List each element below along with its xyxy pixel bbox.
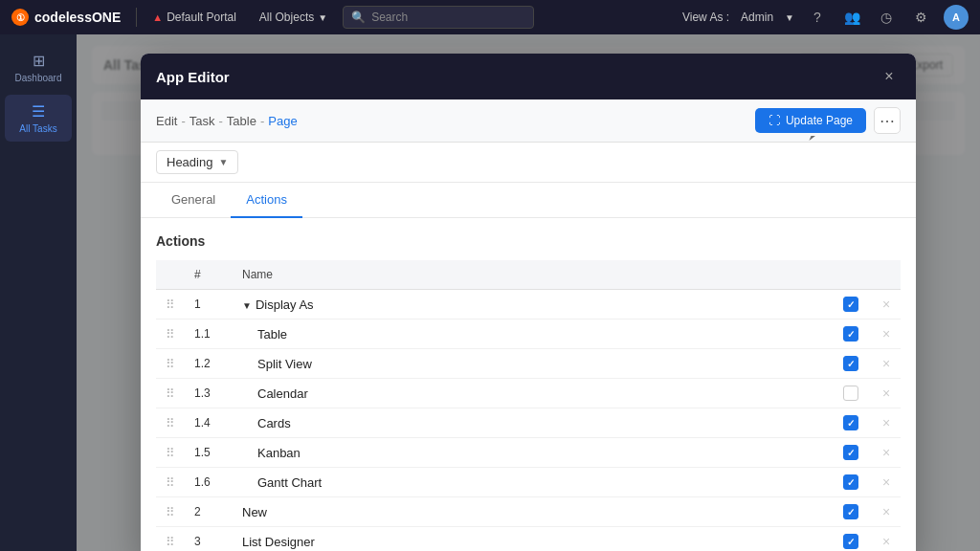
drag-handle[interactable]: ⠿	[156, 320, 185, 349]
action-checkbox[interactable]	[843, 297, 858, 312]
action-name: List Designer	[233, 527, 834, 552]
breadcrumb-table[interactable]: Table	[227, 114, 256, 128]
portal-icon: ▲	[152, 11, 163, 23]
action-name: New	[233, 497, 834, 527]
sidebar-item-dashboard[interactable]: ⊞ Dashboard	[5, 44, 72, 91]
admin-label: Admin	[741, 11, 773, 24]
portal-selector[interactable]: ▲ Default Portal	[152, 11, 236, 24]
modal-title: App Editor	[156, 69, 230, 85]
action-checkbox-cell	[834, 468, 872, 497]
sidebar-item-tasks-label: All Tasks	[19, 123, 56, 134]
breadcrumb-page[interactable]: Page	[268, 114, 297, 128]
row-num: 1.5	[185, 438, 233, 468]
action-checkbox-cell	[834, 349, 872, 379]
delete-action-button[interactable]: ×	[872, 379, 901, 408]
top-navigation: ① codelessONE ▲ Default Portal All Objec…	[0, 0, 980, 34]
drag-handle[interactable]: ⠿	[156, 408, 185, 438]
action-name: Gantt Chart	[233, 468, 834, 497]
nav-right-area: View As : Admin ▼ ? 👥 ◷ ⚙ A	[682, 5, 969, 30]
action-checkbox-cell	[834, 320, 872, 349]
breadcrumb-task[interactable]: Task	[189, 114, 215, 128]
action-checkbox-cell	[834, 527, 872, 552]
search-placeholder-text: Search	[371, 11, 408, 24]
action-checkbox[interactable]	[843, 445, 858, 460]
page-content: ⊞ Dashboard ☰ All Tasks All Tasks 📊 Char…	[0, 34, 980, 551]
drag-handle[interactable]: ⠿	[156, 349, 185, 379]
drag-handle[interactable]: ⠿	[156, 379, 185, 408]
app-name: codelessONE	[34, 10, 121, 25]
modal-overlay: App Editor × Edit - Task - Table - Page	[77, 34, 980, 551]
delete-action-button[interactable]: ×	[872, 320, 901, 349]
drag-handle[interactable]: ⠿	[156, 290, 185, 320]
action-checkbox-cell	[834, 408, 872, 438]
breadcrumb-sep-2: -	[218, 114, 222, 128]
drag-handle[interactable]: ⠿	[156, 527, 185, 552]
row-num: 1.4	[185, 408, 233, 438]
modal-close-button[interactable]: ×	[878, 65, 901, 88]
table-header-row: # Name	[156, 260, 901, 290]
drag-handle[interactable]: ⠿	[156, 468, 185, 497]
nav-divider	[136, 8, 137, 27]
objects-selector[interactable]: All Objects ▼	[259, 11, 327, 24]
action-name: Cards	[233, 408, 834, 438]
col-delete	[872, 260, 901, 290]
drag-handle[interactable]: ⠿	[156, 497, 185, 527]
delete-action-button[interactable]: ×	[872, 468, 901, 497]
delete-action-button[interactable]: ×	[872, 408, 901, 438]
delete-action-button[interactable]: ×	[872, 527, 901, 552]
users-button[interactable]: 👥	[840, 6, 863, 29]
portal-label: Default Portal	[167, 11, 236, 24]
help-button[interactable]: ?	[806, 6, 829, 29]
app-editor-modal: App Editor × Edit - Task - Table - Page	[141, 54, 916, 551]
breadcrumb-sep-1: -	[181, 114, 185, 128]
update-page-label: Update Page	[786, 114, 853, 127]
history-button[interactable]: ◷	[875, 6, 898, 29]
modal-subtoolbar: Heading ▼	[141, 143, 916, 183]
delete-action-button[interactable]: ×	[872, 349, 901, 379]
drag-handle[interactable]: ⠿	[156, 438, 185, 468]
heading-select[interactable]: Heading ▼	[156, 150, 238, 174]
breadcrumb-sep-3: -	[260, 114, 264, 128]
table-row: ⠿2New×	[156, 497, 901, 527]
table-row: ⠿1.4Cards×	[156, 408, 901, 438]
table-row: ⠿3List Designer×	[156, 527, 901, 552]
col-num: #	[185, 260, 233, 290]
table-row: ⠿1.5Kanban×	[156, 438, 901, 468]
logo-icon: ①	[11, 9, 29, 26]
delete-action-button[interactable]: ×	[872, 497, 901, 527]
admin-arrow-icon: ▼	[785, 12, 794, 23]
action-checkbox[interactable]	[843, 356, 858, 371]
expand-arrow-icon[interactable]: ▼	[242, 300, 252, 311]
tab-general[interactable]: General	[156, 183, 231, 218]
more-options-button[interactable]: ⋯	[874, 107, 901, 134]
table-row: ⠿1.2Split View×	[156, 349, 901, 379]
update-page-button[interactable]: ⛶ Update Page	[755, 108, 866, 133]
action-checkbox[interactable]	[843, 474, 858, 490]
action-checkbox[interactable]	[843, 534, 858, 549]
row-num: 2	[185, 497, 233, 527]
action-checkbox[interactable]	[843, 504, 858, 519]
delete-action-button[interactable]: ×	[872, 438, 901, 468]
user-avatar[interactable]: A	[944, 5, 969, 30]
app-logo[interactable]: ① codelessONE	[11, 9, 121, 26]
action-name: ▼Display As	[233, 290, 834, 320]
col-name: Name	[233, 260, 834, 290]
search-bar[interactable]: 🔍 Search	[343, 6, 534, 29]
update-page-icon: ⛶	[768, 114, 780, 127]
col-check	[834, 260, 872, 290]
settings-button[interactable]: ⚙	[909, 6, 932, 29]
action-checkbox[interactable]	[843, 386, 858, 401]
delete-action-button[interactable]: ×	[872, 290, 901, 320]
row-num: 1.6	[185, 468, 233, 497]
tab-actions[interactable]: Actions	[231, 183, 302, 218]
search-icon: 🔍	[351, 11, 366, 24]
table-row: ⠿1.3Calendar×	[156, 379, 901, 408]
sidebar-item-tasks[interactable]: ☰ All Tasks	[5, 95, 72, 142]
view-as-label: View As :	[682, 11, 729, 24]
action-checkbox[interactable]	[843, 326, 858, 342]
modal-breadcrumb: Edit - Task - Table - Page	[156, 114, 298, 128]
objects-arrow-icon: ▼	[318, 12, 327, 23]
action-checkbox[interactable]	[843, 415, 858, 430]
breadcrumb-edit[interactable]: Edit	[156, 114, 177, 128]
action-checkbox-cell	[834, 290, 872, 320]
